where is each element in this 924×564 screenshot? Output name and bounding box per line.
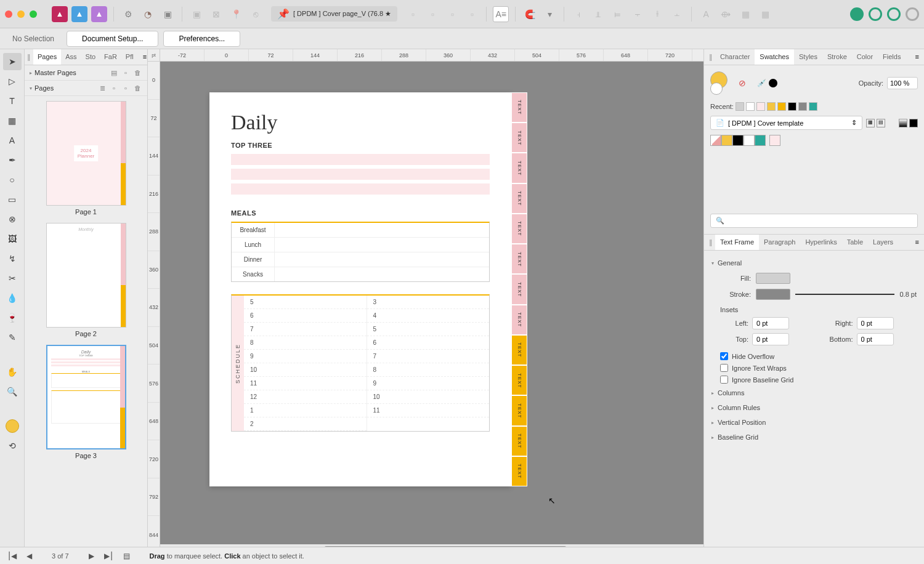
ruler-unit-label[interactable]: pt	[148, 49, 160, 62]
lock-icon[interactable]: ⊠	[208, 6, 224, 22]
fill-stroke-swatch[interactable]	[3, 417, 22, 435]
duplicate-page-icon[interactable]: ▫	[121, 83, 131, 93]
arrange-front-icon[interactable]: ▫	[464, 6, 480, 22]
ignore-baseline-grid-checkbox[interactable]	[720, 376, 728, 384]
shape-tool[interactable]: ○	[3, 171, 22, 188]
color-picker-tool[interactable]: 💧	[3, 289, 22, 307]
tab-hyperlinks[interactable]: Hyperlinks	[800, 235, 841, 250]
swatch-view-list-icon[interactable]: ▤	[877, 119, 885, 127]
swap-fill-stroke-icon[interactable]: ⟲	[3, 437, 22, 454]
arrange-backward-icon[interactable]: ▫	[424, 6, 440, 22]
section-column-rules[interactable]: ▸Column Rules	[711, 400, 917, 415]
first-page-button[interactable]: ⎮◀	[5, 552, 19, 560]
vector-crop-tool[interactable]: ↯	[3, 250, 22, 267]
space-v-icon[interactable]: ▦	[757, 6, 773, 22]
tab-table[interactable]: Table	[842, 235, 868, 250]
persona-3-icon[interactable]	[887, 7, 901, 21]
canvas-area[interactable]: pt -72072 144216288 360432504 576648720 …	[148, 49, 703, 554]
palette-swatch[interactable]	[732, 135, 744, 146]
page-number-display[interactable]: 3 of 7	[39, 552, 81, 560]
palette-swatch[interactable]	[744, 135, 755, 146]
document-setup-button[interactable]: Document Setup...	[67, 31, 158, 47]
swatch-search-input[interactable]: 🔍	[710, 214, 918, 228]
minimize-window-icon[interactable]	[17, 10, 25, 18]
tab-styles[interactable]: Styles	[794, 49, 822, 65]
tab-text-frame[interactable]: Text Frame	[715, 235, 759, 250]
distribute-h-icon[interactable]: A	[698, 6, 714, 22]
align-right-icon[interactable]: ⫢	[610, 6, 626, 22]
current-color-swatch[interactable]	[769, 79, 777, 87]
last-page-button[interactable]: ▶⎮	[102, 552, 116, 560]
inset-left-input[interactable]	[752, 317, 789, 329]
text-frame-toggle-icon[interactable]: A≡	[493, 6, 509, 22]
palette-swatch[interactable]	[721, 135, 732, 146]
stroke-width-value[interactable]: 0.8 pt	[899, 291, 917, 298]
page-canvas[interactable]: Daily TOP THREE MEALS Breakfast Lunch Di…	[209, 92, 511, 486]
arrange-forward-icon[interactable]: ▫	[444, 6, 460, 22]
fill-color-well[interactable]	[756, 273, 790, 284]
asset-tool[interactable]: ⊗	[3, 211, 22, 228]
tab-swatches[interactable]: Swatches	[755, 49, 794, 65]
align-left-icon[interactable]: ⫞	[570, 6, 586, 22]
snap-chevron-icon[interactable]: ▾	[541, 6, 557, 22]
gradient-swatches-icon[interactable]	[899, 119, 907, 127]
panel-menu-icon[interactable]: ≡	[910, 235, 924, 250]
fill-tool[interactable]: 🍷	[3, 309, 22, 326]
fill-stroke-preview[interactable]	[710, 71, 734, 95]
frame-text-tool[interactable]: A	[3, 132, 22, 149]
picture-frame-tool[interactable]: 🖼	[3, 230, 22, 248]
pin-icon[interactable]: 📍	[228, 6, 244, 22]
gear-icon[interactable]: ⚙	[120, 6, 136, 22]
align-middle-icon[interactable]: ⫲	[649, 6, 665, 22]
palette-swatch[interactable]	[755, 135, 766, 146]
close-window-icon[interactable]	[5, 10, 12, 18]
duplicate-master-icon[interactable]: ▫	[121, 68, 131, 78]
align-bottom-icon[interactable]: ⫠	[669, 6, 685, 22]
arrange-back-icon[interactable]: ▫	[405, 6, 421, 22]
document-title-tab[interactable]: 📌 [ DPDM ] Cover page_V (76.8 ★	[271, 6, 397, 22]
recent-swatch[interactable]	[788, 102, 796, 111]
palette-swatch[interactable]	[710, 135, 721, 146]
distribute-v-icon[interactable]: ⟴	[718, 6, 734, 22]
add-master-icon[interactable]: ▤	[109, 68, 119, 78]
tab-fields[interactable]: Fields	[878, 49, 906, 65]
opacity-input[interactable]	[887, 77, 918, 89]
inset-right-input[interactable]	[857, 317, 894, 329]
palette-swatch[interactable]	[769, 135, 780, 146]
move-tool[interactable]: ➤	[3, 53, 22, 70]
tab-paragraph[interactable]: Paragraph	[759, 235, 800, 250]
recent-swatch[interactable]	[777, 102, 786, 111]
pages-section[interactable]: ▾ Pages ≣ ▫ ▫ 🗑	[25, 81, 147, 96]
eyedropper-icon[interactable]: 💉	[757, 79, 766, 87]
page-list-button[interactable]: ▤	[121, 552, 132, 560]
stroke-preview[interactable]	[795, 294, 894, 295]
tab-character[interactable]: Character	[715, 49, 755, 65]
persona-2-icon[interactable]	[869, 7, 882, 21]
master-pages-section[interactable]: ▸ Master Pages ▤ ▫ 🗑	[25, 65, 147, 81]
page-thumb-2[interactable]: Monthly Page 2	[30, 223, 142, 337]
tab-find-replace[interactable]: FaR	[100, 49, 121, 65]
recent-swatch[interactable]	[809, 102, 817, 111]
node-tool[interactable]: ▷	[3, 73, 22, 90]
recent-swatch[interactable]	[756, 102, 765, 111]
link-icon[interactable]: ⎋	[248, 6, 264, 22]
next-page-button[interactable]: ▶	[86, 552, 97, 560]
account-icon[interactable]	[906, 7, 919, 21]
recent-swatch[interactable]	[798, 102, 807, 111]
tab-pages[interactable]: Pages	[33, 49, 61, 65]
group-icon[interactable]: ▣	[188, 6, 205, 22]
tab-stroke[interactable]: Stroke	[822, 49, 852, 65]
autoflow-icon[interactable]: ◔	[140, 6, 156, 22]
add-page-icon[interactable]: ▫	[109, 83, 119, 93]
designer-app-icon[interactable]: ▲	[71, 6, 87, 22]
brush-tool[interactable]: ✎	[3, 329, 22, 346]
tab-assets[interactable]: Ass	[61, 49, 81, 65]
no-color-icon[interactable]: ⊘	[739, 78, 746, 88]
spread-view-icon[interactable]: ≣	[97, 83, 107, 93]
table-tool[interactable]: ▦	[3, 112, 22, 129]
ignore-text-wraps-checkbox[interactable]	[720, 364, 728, 372]
tab-color[interactable]: Color	[852, 49, 878, 65]
stroke-color-well[interactable]	[756, 289, 790, 300]
panel-menu-icon[interactable]: ≡	[910, 49, 924, 65]
tab-preflight[interactable]: Pfl	[121, 49, 138, 65]
